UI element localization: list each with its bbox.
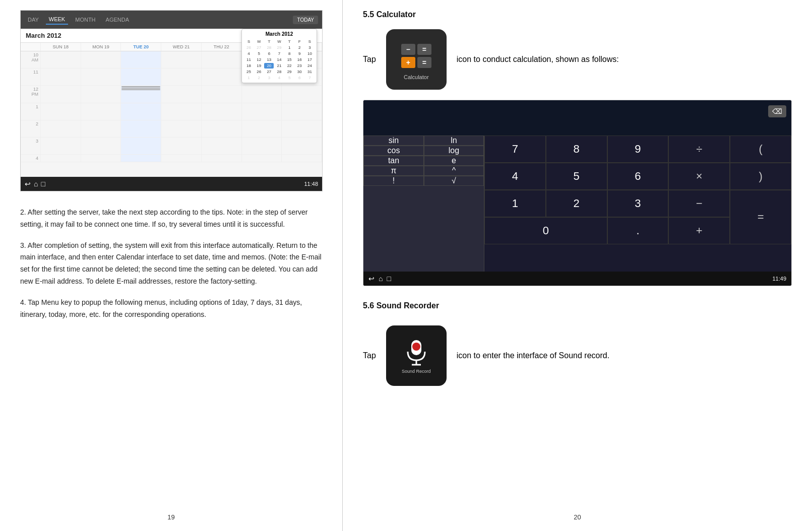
cal-cell-today (121, 138, 161, 154)
left-panel: DAY WEEK MONTH AGENDA TODAY March 2012 S… (0, 0, 343, 531)
calc-4-key[interactable]: 4 (484, 163, 546, 190)
body-text: 2. After setting the server, take the ne… (20, 207, 322, 329)
mini-cal-cell[interactable]: 8 (285, 51, 294, 56)
mini-cal-cell[interactable]: 3 (305, 45, 315, 50)
mini-cal-cell[interactable]: 18 (244, 63, 254, 69)
mini-cal-cell[interactable]: 10 (305, 51, 315, 56)
cal-cell-today (121, 103, 161, 120)
mini-cal-cell[interactable]: 2 (295, 45, 304, 50)
calc-power-key[interactable]: ^ (424, 166, 484, 176)
cal-cell-today (121, 120, 161, 137)
sound-recorder-section-title: 5.6 Sound Recorder (363, 301, 792, 310)
mini-cal-cell[interactable]: 26 (254, 69, 264, 75)
calc-display: ⌫ (363, 100, 791, 136)
cal-wh-mon: MON 19 (81, 43, 121, 51)
calc-9-key[interactable]: 9 (607, 136, 669, 163)
calc-tan-key[interactable]: tan (363, 156, 424, 166)
calc-3-key[interactable]: 3 (607, 190, 669, 217)
mini-cal-cell[interactable]: 29 (274, 45, 284, 50)
calc-cos-key[interactable]: cos (363, 146, 424, 156)
mini-cal-cell[interactable]: 13 (264, 57, 274, 62)
mini-cal-cell[interactable]: 24 (305, 63, 315, 69)
calc-add-key[interactable]: + (668, 217, 730, 244)
calc-icon-label: Calculator (404, 74, 429, 80)
calc-sqrt-key[interactable]: √ (424, 176, 484, 186)
calc-sin-key[interactable]: sin (363, 136, 424, 146)
cal-wh-wed: WED 21 (161, 43, 202, 51)
mini-cal-cell[interactable]: 28 (264, 45, 274, 50)
mini-cal-cell[interactable]: 15 (285, 57, 294, 62)
mini-cal-cell[interactable]: 11 (244, 57, 254, 62)
cal-tab-day[interactable]: DAY (25, 15, 42, 24)
cal-today-button[interactable]: TODAY (293, 16, 318, 24)
calc-equals-key[interactable]: = (730, 190, 791, 244)
calc-div-key[interactable]: ÷ (668, 136, 730, 163)
cal-tab-month[interactable]: MONTH (72, 15, 98, 24)
cal-cell (41, 103, 81, 120)
mini-cal-cell[interactable]: 26 (244, 45, 254, 50)
mini-cal-cell[interactable]: 5 (285, 75, 294, 81)
calc-5-key[interactable]: 5 (546, 163, 607, 190)
mini-cal-today[interactable]: 20 (264, 63, 274, 69)
mini-cal-cell[interactable]: 12 (254, 57, 264, 62)
calc-log-key[interactable]: log (424, 146, 484, 156)
mini-cal-cell[interactable]: 7 (274, 51, 284, 56)
mini-cal-cell[interactable]: 22 (285, 63, 294, 69)
calc-rparen-key[interactable]: ) (730, 163, 791, 190)
calc-0-key[interactable]: 0 (484, 217, 607, 244)
mini-cal-cell[interactable]: 17 (305, 57, 315, 62)
backspace-button[interactable]: ⌫ (768, 105, 786, 117)
mini-cal-cell[interactable]: 1 (285, 45, 294, 50)
calc-lparen-key[interactable]: ( (730, 136, 791, 163)
mini-cal-cell[interactable]: 29 (285, 69, 294, 75)
mini-cal-cell[interactable]: 27 (254, 45, 264, 50)
calculator-app-icon[interactable]: − = + = Calculator (386, 29, 447, 90)
mini-cal-cell[interactable]: 19 (254, 63, 264, 69)
calc-2-key[interactable]: 2 (546, 190, 607, 217)
cal-cell (81, 120, 121, 137)
sound-recorder-app-icon[interactable]: Sound Record (386, 325, 447, 386)
mini-cal-cell[interactable]: 6 (264, 51, 274, 56)
cal-tab-agenda[interactable]: AGENDA (103, 15, 132, 24)
mini-cal-cell[interactable]: 6 (295, 75, 304, 81)
calc-factorial-key[interactable]: ! (363, 176, 424, 186)
cal-event (121, 88, 160, 89)
sound-rec-icon-caption: icon to enter the interface of Sound rec… (457, 351, 609, 360)
mini-cal-cell[interactable]: 30 (295, 69, 304, 75)
calc-8-key[interactable]: 8 (546, 136, 607, 163)
cal-cell (81, 138, 121, 154)
calc-sub-key[interactable]: − (668, 190, 730, 217)
calc-mul-key[interactable]: × (668, 163, 730, 190)
mini-cal-cell[interactable]: 4 (244, 51, 254, 56)
mini-cal-cell[interactable]: 7 (305, 75, 315, 81)
cal-event (121, 89, 160, 90)
mini-cal-cell[interactable]: 3 (264, 75, 274, 81)
calc-dot-key[interactable]: . (607, 217, 669, 244)
mini-cal-cell[interactable]: 16 (295, 57, 304, 62)
mini-cal-cell[interactable]: 14 (274, 57, 284, 62)
status-time: 11:48 (304, 181, 318, 187)
mini-cal-cell[interactable]: 27 (264, 69, 274, 75)
calc-7-key[interactable]: 7 (484, 136, 546, 163)
calc-1-key[interactable]: 1 (484, 190, 546, 217)
cal-cell (81, 69, 121, 85)
calc-6-key[interactable]: 6 (607, 163, 669, 190)
mini-cal-cell[interactable]: 1 (244, 75, 254, 81)
mini-cal-cell[interactable]: 31 (305, 69, 315, 75)
cal-cell (41, 138, 81, 154)
mini-cal-cell[interactable]: 23 (295, 63, 304, 69)
calc-ln-key[interactable]: ln (424, 136, 484, 146)
cal-tab-week[interactable]: WEEK (46, 15, 68, 25)
mini-cal-cell[interactable]: 4 (274, 75, 284, 81)
mini-cal-cell[interactable]: 21 (274, 63, 284, 69)
cal-cell (161, 138, 202, 154)
calc-pi-key[interactable]: π (363, 166, 424, 176)
mini-cal-cell[interactable]: 9 (295, 51, 304, 56)
mini-cal-cell[interactable]: 2 (254, 75, 264, 81)
mini-cal-cell[interactable]: 28 (274, 69, 284, 75)
mini-cal-cell[interactable]: 5 (254, 51, 264, 56)
cal-wh-sun: SUN 18 (41, 43, 81, 51)
calc-e-key[interactable]: e (424, 156, 484, 166)
mini-cal-cell[interactable]: 25 (244, 69, 254, 75)
calc-equals-btn2: = (417, 57, 431, 68)
